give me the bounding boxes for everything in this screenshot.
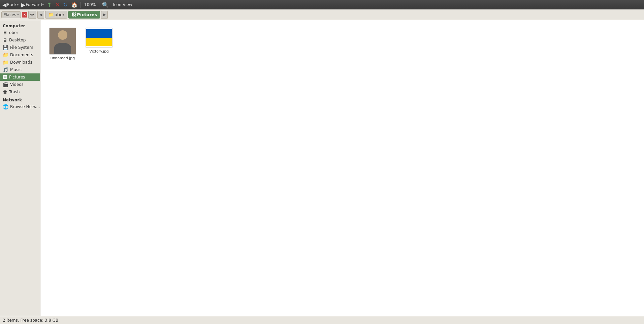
sidebar-desktop-label: Desktop xyxy=(9,38,26,42)
home-button[interactable]: 🏠 xyxy=(70,1,79,9)
downloads-icon: 📁 xyxy=(3,60,8,65)
places-dropdown-icon: ▾ xyxy=(17,13,19,17)
trash-icon: 🗑 xyxy=(3,89,7,95)
ukraine-flag xyxy=(86,29,112,46)
sidebar-item-browse-network[interactable]: 🌐 Browse Netw... xyxy=(0,103,40,110)
pictures-icon: 🖼 xyxy=(3,74,7,80)
folder-icon: 📁 xyxy=(48,12,54,17)
forward-arrow-icon: ▶ xyxy=(21,2,25,8)
filesystem-icon: 💾 xyxy=(3,45,8,50)
places-label: Places xyxy=(3,12,16,17)
statusbar: 2 items, Free space: 3.8 GB xyxy=(0,316,644,324)
sidebar-network-label: Browse Netw... xyxy=(10,104,40,109)
sidebar-section-network: Network xyxy=(0,96,40,103)
zoom-level: 100% xyxy=(82,2,98,8)
victory-label: Victory.jpg xyxy=(89,49,108,54)
sidebar: Computer 🖥 ober 🖥 Desktop 💾 File System … xyxy=(0,20,40,316)
statusbar-text: 2 items, Free space: 3.8 GB xyxy=(3,318,58,323)
breadcrumb-ober[interactable]: 📁 ober xyxy=(45,11,68,19)
toolbar-separator xyxy=(80,2,81,8)
edit-location-button[interactable]: ✏ xyxy=(28,11,36,19)
breadcrumb-prev-button[interactable]: ◀ xyxy=(37,11,44,19)
breadcrumb-pictures[interactable]: 🖼 Pictures xyxy=(68,11,100,19)
sidebar-item-pictures[interactable]: 🖼 Pictures xyxy=(0,73,40,81)
sidebar-item-ober[interactable]: 🖥 ober xyxy=(0,29,40,36)
sidebar-item-documents[interactable]: 📁 Documents xyxy=(0,51,40,59)
back-dropdown-icon: ▾ xyxy=(17,3,19,6)
sidebar-item-music[interactable]: 🎵 Music xyxy=(0,66,40,73)
pencil-icon: ✏ xyxy=(30,12,34,17)
file-victory-jpg[interactable]: Victory.jpg xyxy=(82,26,116,62)
breadcrumb-prev-icon: ◀ xyxy=(39,12,42,17)
ober-icon: 🖥 xyxy=(3,30,7,35)
toolbar-separator2 xyxy=(99,2,99,8)
breadcrumb-next-icon: ▶ xyxy=(103,12,106,17)
back-button[interactable]: ◀ Back ▾ xyxy=(1,1,20,9)
sidebar-documents-label: Documents xyxy=(10,53,33,57)
sidebar-item-desktop[interactable]: 🖥 Desktop xyxy=(0,36,40,44)
sidebar-item-downloads[interactable]: 📁 Downloads xyxy=(0,59,40,66)
flag-bottom xyxy=(86,38,112,46)
breadcrumb-ober-label: ober xyxy=(55,12,65,17)
file-area[interactable]: unnamed.jpg Victory.jpg xyxy=(40,20,644,316)
toolbar: ◀ Back ▾ ▶ Forward ▾ ↑ ✕ ↻ 🏠 100% 🔍 Icon… xyxy=(0,0,644,9)
music-icon: 🎵 xyxy=(3,67,8,72)
stop-button[interactable]: ✕ xyxy=(54,1,61,9)
forward-label: Forward xyxy=(26,2,42,7)
sidebar-videos-label: Videos xyxy=(10,82,24,87)
close-places-button[interactable]: ✕ xyxy=(22,12,27,18)
unnamed-label: unnamed.jpg xyxy=(51,56,75,60)
view-label: Icon View xyxy=(111,2,134,8)
unnamed-thumbnail xyxy=(49,28,76,55)
forward-dropdown-icon: ▾ xyxy=(42,3,44,6)
file-unnamed-jpg[interactable]: unnamed.jpg xyxy=(46,26,79,62)
sidebar-item-filesystem[interactable]: 💾 File System xyxy=(0,44,40,51)
up-button[interactable]: ↑ xyxy=(45,1,53,9)
person-photo xyxy=(50,28,76,55)
sidebar-item-trash[interactable]: 🗑 Trash xyxy=(0,88,40,96)
sidebar-ober-label: ober xyxy=(9,30,18,35)
documents-icon: 📁 xyxy=(3,52,8,58)
places-button[interactable]: Places ▾ xyxy=(1,11,21,18)
reload-button[interactable]: ↻ xyxy=(62,1,69,9)
videos-icon: 🎬 xyxy=(3,82,8,87)
pictures-folder-icon: 🖼 xyxy=(71,12,76,17)
network-icon: 🌐 xyxy=(3,104,8,109)
person-head xyxy=(58,30,67,40)
sidebar-trash-label: Trash xyxy=(9,90,20,94)
breadcrumb-pictures-label: Pictures xyxy=(77,12,97,17)
locationbar: Places ▾ ✕ ✏ ◀ 📁 ober 🖼 Pictures ▶ xyxy=(0,9,644,20)
back-label: Back xyxy=(7,2,17,7)
victory-thumbnail xyxy=(86,28,112,48)
flag-top xyxy=(86,29,112,38)
zoom-icon[interactable]: 🔍 xyxy=(101,1,110,9)
sidebar-music-label: Music xyxy=(10,67,22,72)
back-arrow-icon: ◀ xyxy=(2,2,6,8)
sidebar-downloads-label: Downloads xyxy=(10,60,32,65)
desktop-icon: 🖥 xyxy=(3,37,7,43)
sidebar-filesystem-label: File System xyxy=(10,45,33,50)
forward-button[interactable]: ▶ Forward ▾ xyxy=(20,1,45,9)
sidebar-pictures-label: Pictures xyxy=(9,75,25,79)
main-area: Computer 🖥 ober 🖥 Desktop 💾 File System … xyxy=(0,20,644,316)
breadcrumb-next-button[interactable]: ▶ xyxy=(101,11,108,19)
sidebar-item-videos[interactable]: 🎬 Videos xyxy=(0,81,40,88)
person-body xyxy=(54,43,71,55)
sidebar-section-computer: Computer xyxy=(0,22,40,29)
